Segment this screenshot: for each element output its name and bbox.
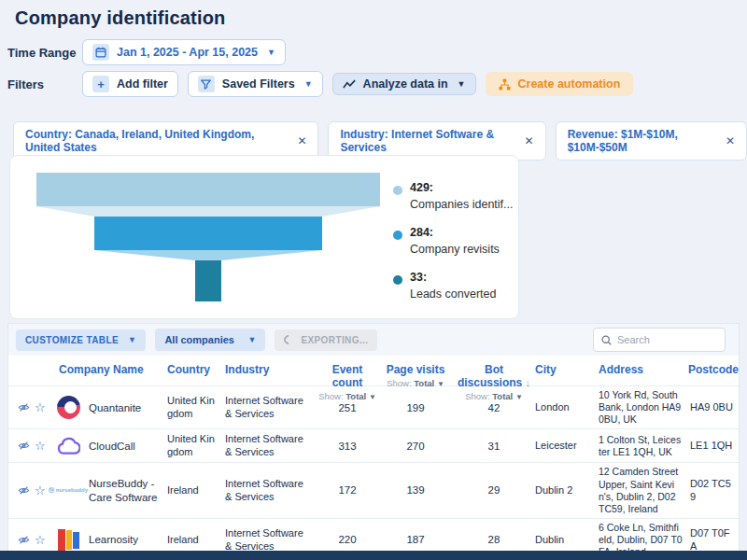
remove-filter-icon[interactable]: ✕ (525, 134, 534, 147)
filter-chip-revenue[interactable]: Revenue: $1M-$10M, $10M-$50M ✕ (556, 121, 747, 161)
cloudcall-logo (56, 437, 80, 455)
legend-dot-icon (393, 275, 402, 285)
hide-company-icon[interactable] (18, 484, 30, 497)
calendar-icon (92, 44, 109, 61)
company-name[interactable]: Learnosity (87, 530, 165, 549)
funnel-bar[interactable] (195, 260, 221, 301)
column-header-bot-discussions[interactable]: Bot discussions ↓ Show: Total ▼ (455, 363, 533, 401)
filters-label: Filters (7, 77, 82, 91)
industry-cell: Internet Software & Services (223, 475, 318, 507)
funnel-icon (198, 76, 215, 92)
legend-item: 33: Leads converted (393, 268, 513, 301)
search-input[interactable] (617, 334, 717, 345)
saved-filters-button[interactable]: Saved Filters ▼ (188, 71, 323, 97)
filter-chip-label: Industry: Internet Software & Services (340, 128, 514, 154)
column-header-event-count[interactable]: Event count Show: Total ▼ (318, 363, 376, 401)
filter-chip-label: Country: Canada, Ireland, United Kingdom… (25, 128, 288, 154)
column-label: Event count (332, 363, 363, 389)
learnosity-logo (58, 529, 79, 552)
table-row[interactable]: ☆ CloudCall United Kingdom Internet Soft… (8, 428, 739, 462)
companies-table-panel: CUSTOMIZE TABLE ▼ All companies ▼ EXPORT… (7, 323, 740, 560)
funnel-bar[interactable] (36, 173, 380, 206)
bot-discussions-cell: 31 (455, 440, 533, 453)
postcode-cell: HA9 0BU (688, 399, 740, 417)
legend-dot-icon (393, 231, 402, 240)
hide-company-icon[interactable] (18, 534, 30, 546)
company-name[interactable]: CloudCall (87, 437, 165, 455)
table-header-row: Company Name Country Industry Event coun… (8, 356, 739, 385)
industry-cell: Internet Software & Services (223, 430, 318, 462)
event-count-cell: 313 (318, 440, 376, 453)
legend-value: 429: (410, 181, 433, 194)
funnel-bar[interactable] (94, 217, 322, 250)
star-icon[interactable]: ☆ (35, 534, 46, 546)
create-automation-label: Create automation (518, 77, 621, 91)
create-automation-button[interactable]: Create automation (486, 72, 634, 96)
exporting-button: EXPORTING... (275, 329, 377, 351)
add-filter-label: Add filter (117, 77, 168, 91)
time-range-value: Jan 1, 2025 - Apr 15, 2025 (117, 46, 258, 59)
show-label: Show: (318, 391, 343, 401)
company-name[interactable]: NurseBuddy - Care Software (87, 474, 165, 507)
funnel-legend: 429: Companies identif... 284: Company r… (393, 178, 513, 318)
legend-label: Companies identif... (410, 198, 513, 211)
column-label: Page visits (387, 363, 445, 376)
legend-label: Leads converted (410, 287, 496, 301)
bot-discussions-cell: 42 (455, 401, 533, 414)
time-range-label: Time Range (7, 46, 82, 60)
chevron-down-icon: ▼ (128, 335, 136, 344)
event-count-cell: 220 (318, 533, 376, 546)
nursebuddy-logo-text: nursebuddy (56, 487, 88, 493)
legend-item: 284: Company revisits (393, 223, 513, 257)
legend-value: 284: (410, 226, 433, 239)
search-icon (601, 335, 612, 345)
city-cell: Leicester (533, 437, 591, 455)
analyze-data-button[interactable]: Analyze data in ▼ (332, 73, 476, 95)
saved-filters-label: Saved Filters (222, 77, 295, 91)
country-cell: United Kingdom (165, 392, 223, 424)
time-range-picker[interactable]: Jan 1, 2025 - Apr 15, 2025 ▼ (82, 39, 286, 65)
legend-label: Company revisits (410, 243, 500, 256)
page-visits-cell: 139 (376, 483, 455, 497)
company-name[interactable]: Quantanite (87, 399, 165, 417)
chevron-down-icon: ▼ (437, 380, 444, 388)
analyze-data-label: Analyze data in (363, 77, 448, 91)
chevron-down-icon: ▼ (304, 79, 313, 89)
add-filter-button[interactable]: + Add filter (82, 71, 178, 97)
column-header-postcode[interactable]: Postcode (688, 363, 740, 401)
city-cell: London (533, 399, 591, 417)
column-header-city[interactable]: City (533, 363, 591, 401)
hide-company-icon[interactable] (18, 440, 30, 452)
industry-cell: Internet Software & Services (223, 392, 318, 424)
star-icon[interactable]: ☆ (35, 484, 46, 497)
star-icon[interactable]: ☆ (35, 401, 46, 413)
country-cell: Ireland (165, 482, 223, 500)
footer-bar (0, 551, 747, 560)
show-value[interactable]: Total (492, 391, 513, 401)
feed-scope-dropdown[interactable]: All companies ▼ (155, 329, 265, 351)
show-label: Show: (465, 391, 489, 401)
column-header-actions (8, 363, 49, 401)
legend-item: 429: Companies identif... (393, 178, 513, 212)
search-box[interactable] (593, 328, 726, 352)
country-cell: United Kingdom (165, 430, 223, 462)
funnel-connector (36, 206, 380, 217)
customize-table-button[interactable]: CUSTOMIZE TABLE ▼ (16, 329, 146, 351)
automation-sitemap-icon (499, 78, 511, 91)
column-header-page-visits[interactable]: Page visits Show: Total ▼ (376, 363, 455, 401)
show-value[interactable]: Total (345, 391, 366, 401)
star-icon[interactable]: ☆ (35, 440, 46, 452)
column-label: Bot discussions (458, 363, 522, 389)
city-cell: Dublin (533, 531, 591, 550)
table-row[interactable]: ☆ Ⓝ nursebuddy NurseBuddy - Care Softwar… (8, 462, 739, 518)
address-cell: 1 Colton St, Leicester LE1 1QH, UK (591, 431, 688, 461)
remove-filter-icon[interactable]: ✕ (726, 134, 735, 147)
hide-company-icon[interactable] (18, 401, 30, 413)
city-cell: Dublin 2 (533, 482, 591, 500)
show-value[interactable]: Total (414, 378, 434, 388)
remove-filter-icon[interactable]: ✕ (297, 134, 306, 147)
spinner-icon (282, 333, 295, 346)
page-visits-cell: 187 (376, 533, 455, 546)
postcode-cell: LE1 1QH (688, 437, 740, 455)
filter-chip-label: Revenue: $1M-$10M, $10M-$50M (568, 128, 716, 154)
